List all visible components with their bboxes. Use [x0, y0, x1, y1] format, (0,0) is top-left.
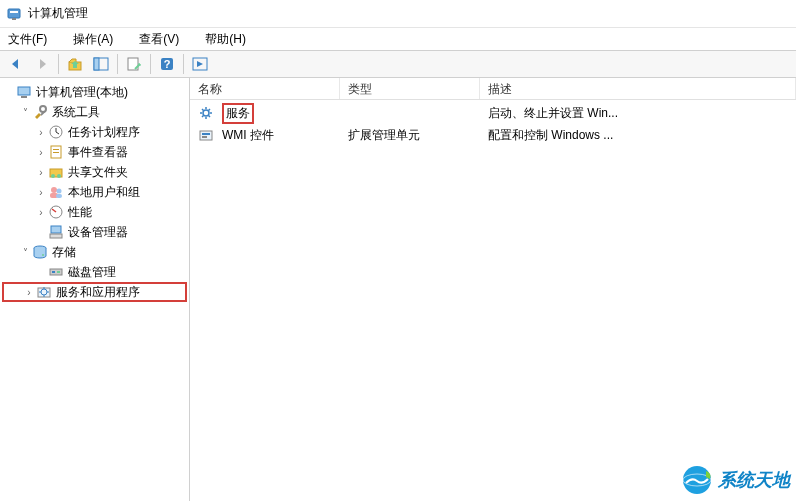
svg-rect-37 [202, 133, 210, 135]
tree-storage[interactable]: ˅ 存储 [2, 242, 187, 262]
tree-performance[interactable]: › 性能 [2, 202, 187, 222]
wmi-icon [198, 127, 214, 143]
tree-toggle-expand[interactable]: › [22, 287, 36, 298]
up-button[interactable] [63, 52, 87, 76]
services-apps-icon [36, 284, 52, 300]
tree-local-users[interactable]: › 本地用户和组 [2, 182, 187, 202]
column-name[interactable]: 名称 [190, 78, 340, 99]
tree-label: 服务和应用程序 [56, 284, 140, 301]
list-item-name: WMI 控件 [222, 127, 274, 144]
tree-toggle-collapse[interactable]: ˅ [18, 107, 32, 118]
svg-rect-5 [94, 58, 99, 70]
svg-point-20 [57, 174, 61, 178]
tree-label: 任务计划程序 [68, 124, 140, 141]
tree-label: 性能 [68, 204, 92, 221]
tree-root[interactable]: ▾ 计算机管理(本地) [2, 82, 187, 102]
svg-point-29 [42, 254, 44, 256]
list-item-desc: 启动、终止并设置 Win... [480, 105, 796, 122]
list-header: 名称 类型 描述 [190, 78, 796, 100]
tree-toggle-expand[interactable]: › [34, 127, 48, 138]
toolbar-separator [58, 54, 59, 74]
tree-system-tools[interactable]: ˅ 系统工具 [2, 102, 187, 122]
menu-file[interactable]: 文件(F) [4, 29, 51, 50]
svg-rect-36 [200, 131, 212, 140]
clock-icon [48, 124, 64, 140]
svg-text:?: ? [164, 58, 171, 70]
menu-bar: 文件(F) 操作(A) 查看(V) 帮助(H) [0, 28, 796, 50]
tree-event-viewer[interactable]: › 事件查看器 [2, 142, 187, 162]
watermark: 系统天地 [680, 463, 790, 497]
help-button[interactable]: ? [155, 52, 179, 76]
tree-label: 磁盘管理 [68, 264, 116, 281]
event-icon [48, 144, 64, 160]
device-icon [48, 224, 64, 240]
list-panel: 名称 类型 描述 服务 启动、终止并设置 Win... WMI 控件 扩展管理单… [190, 78, 796, 501]
svg-point-19 [51, 174, 55, 178]
forward-button[interactable] [30, 52, 54, 76]
tree-disk-management[interactable]: › 磁盘管理 [2, 262, 187, 282]
svg-rect-27 [50, 234, 62, 238]
performance-icon [48, 204, 64, 220]
menu-action[interactable]: 操作(A) [69, 29, 117, 50]
toolbar-separator [117, 54, 118, 74]
window-title: 计算机管理 [28, 5, 88, 22]
action-button[interactable] [188, 52, 212, 76]
show-hide-tree-button[interactable] [89, 52, 113, 76]
svg-rect-1 [10, 11, 18, 13]
watermark-text: 系统天地 [718, 468, 790, 492]
tree-toggle-expand[interactable]: › [34, 187, 48, 198]
toolbar-separator [183, 54, 184, 74]
svg-rect-0 [8, 9, 20, 18]
svg-rect-16 [53, 149, 59, 150]
tree-toggle-expand[interactable]: › [34, 167, 48, 178]
svg-point-35 [203, 110, 209, 116]
svg-rect-17 [53, 152, 59, 153]
list-body: 服务 启动、终止并设置 Win... WMI 控件 扩展管理单元 配置和控制 W… [190, 100, 796, 148]
tree-label: 存储 [52, 244, 76, 261]
disk-icon [48, 264, 64, 280]
title-bar: 计算机管理 [0, 0, 796, 28]
tools-icon [32, 104, 48, 120]
tree-device-manager[interactable]: › 设备管理器 [2, 222, 187, 242]
svg-rect-26 [51, 226, 61, 233]
svg-rect-24 [56, 194, 62, 198]
toolbar: ? [0, 50, 796, 78]
list-row-wmi[interactable]: WMI 控件 扩展管理单元 配置和控制 Windows ... [190, 124, 796, 146]
computer-icon [16, 84, 32, 100]
tree-panel: ▾ 计算机管理(本地) ˅ 系统工具 › 任务计划程序 › 事件查看器 › 共 [0, 78, 190, 501]
svg-rect-31 [52, 271, 55, 273]
tree-label: 本地用户和组 [68, 184, 140, 201]
svg-rect-11 [21, 96, 27, 98]
shared-folder-icon [48, 164, 64, 180]
svg-rect-32 [57, 271, 60, 273]
list-item-desc: 配置和控制 Windows ... [480, 127, 796, 144]
tree-shared-folders[interactable]: › 共享文件夹 [2, 162, 187, 182]
list-row-services[interactable]: 服务 启动、终止并设置 Win... [190, 102, 796, 124]
tree-toggle-collapse[interactable]: ˅ [18, 247, 32, 258]
list-item-type: 扩展管理单元 [340, 127, 480, 144]
svg-rect-38 [202, 136, 207, 138]
tree-toggle-expand[interactable]: › [34, 147, 48, 158]
column-desc[interactable]: 描述 [480, 78, 796, 99]
column-type[interactable]: 类型 [340, 78, 480, 99]
toolbar-separator [150, 54, 151, 74]
menu-help[interactable]: 帮助(H) [201, 29, 250, 50]
users-icon [48, 184, 64, 200]
svg-point-21 [51, 187, 57, 193]
list-item-name: 服务 [222, 103, 254, 124]
tree-task-scheduler[interactable]: › 任务计划程序 [2, 122, 187, 142]
svg-rect-2 [12, 18, 16, 20]
content-area: ▾ 计算机管理(本地) ˅ 系统工具 › 任务计划程序 › 事件查看器 › 共 [0, 78, 796, 501]
tree-services-apps[interactable]: › 服务和应用程序 [2, 282, 187, 302]
svg-point-22 [57, 189, 62, 194]
tree-label: 共享文件夹 [68, 164, 128, 181]
properties-button[interactable] [122, 52, 146, 76]
tree-label: 系统工具 [52, 104, 100, 121]
menu-view[interactable]: 查看(V) [135, 29, 183, 50]
tree-toggle-expand[interactable]: › [34, 207, 48, 218]
tree-label: 设备管理器 [68, 224, 128, 241]
back-button[interactable] [4, 52, 28, 76]
svg-rect-30 [50, 269, 62, 275]
gear-icon [198, 105, 214, 121]
storage-icon [32, 244, 48, 260]
